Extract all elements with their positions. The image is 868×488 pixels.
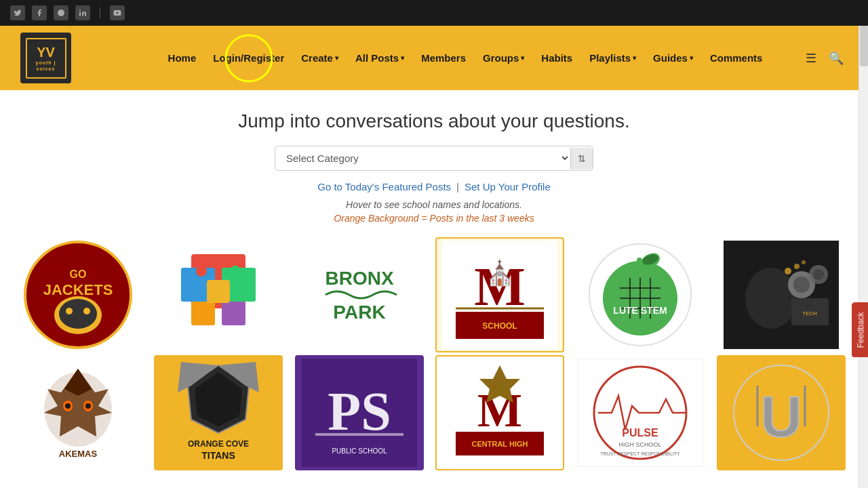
main-content: Jump into conversations about your quest…	[0, 90, 868, 488]
svg-rect-71	[315, 433, 403, 436]
svg-text:TRUST  RESPECT  RESPONSIBILITY: TRUST RESPECT RESPONSIBILITY	[600, 451, 680, 456]
svg-point-7	[59, 299, 97, 329]
svg-point-17	[230, 266, 241, 277]
category-select-wrapper: Select Category ⇅	[275, 146, 593, 171]
site-logo[interactable]: YV youth | voices	[20, 33, 71, 83]
logo-subtitle: youth | voices	[27, 60, 65, 72]
logo-yv-text: YV	[37, 44, 55, 60]
svg-text:TITANS: TITANS	[202, 450, 236, 461]
pipe-divider: |	[456, 181, 459, 192]
feedback-button[interactable]: Feedback	[852, 303, 868, 358]
orange-info-text: Orange Background = Posts in the last 3 …	[334, 213, 534, 224]
svg-text:SCHOOL: SCHOOL	[482, 321, 517, 331]
svg-text:GO: GO	[70, 268, 87, 280]
linkedin-icon[interactable]	[75, 5, 90, 20]
hamburger-button[interactable]: ☰	[802, 47, 821, 70]
twitter-icon[interactable]	[10, 5, 25, 20]
svg-text:PULSE: PULSE	[622, 427, 658, 439]
svg-text:U: U	[760, 384, 802, 449]
svg-text:AKEMAS: AKEMAS	[59, 449, 98, 459]
svg-point-19	[230, 303, 241, 314]
svg-point-50	[785, 268, 791, 274]
svg-rect-20	[207, 280, 230, 303]
vimeo-icon[interactable]	[54, 5, 68, 20]
school-logo-u[interactable]: U	[717, 355, 846, 470]
facebook-icon[interactable]	[32, 5, 47, 20]
nav-create[interactable]: Create ▾	[294, 48, 345, 68]
school-logo-lute-stem[interactable]: LUTE STEM	[576, 237, 705, 352]
nav-comments[interactable]: Comments	[703, 48, 770, 68]
svg-text:PARK: PARK	[333, 302, 385, 323]
playlists-arrow: ▾	[633, 54, 636, 62]
svg-point-59	[65, 403, 71, 409]
nav-habits[interactable]: Habits	[534, 48, 579, 68]
svg-point-16	[196, 266, 207, 277]
category-dropdown-btn[interactable]: ⇅	[570, 148, 593, 169]
svg-text:CENTRAL HIGH: CENTRAL HIGH	[472, 440, 528, 448]
create-arrow: ▾	[335, 54, 338, 62]
school-logo-bronx-park[interactable]: BRONX PARK	[295, 237, 424, 352]
nav-playlists[interactable]: Playlists ▾	[583, 48, 643, 68]
svg-point-52	[802, 260, 806, 264]
school-logo-puzzle[interactable]	[154, 237, 283, 352]
svg-text:TECH: TECH	[802, 310, 817, 317]
svg-text:HIGH SCHOOL: HIGH SCHOOL	[618, 441, 661, 448]
header: YV youth | voices Home Login/Register Cr…	[0, 26, 868, 90]
school-logo-pulse[interactable]: PULSE HIGH SCHOOL TRUST RESPECT RESPONSI…	[576, 355, 705, 470]
search-button[interactable]: 🔍	[825, 47, 848, 70]
nav-home[interactable]: Home	[161, 48, 203, 68]
school-logo-tm-large[interactable]: M CENTRAL HIGH	[435, 355, 564, 470]
setup-profile-link[interactable]: Set Up Your Profile	[465, 181, 551, 192]
groups-arrow: ▾	[521, 54, 524, 62]
school-logo-akemas[interactable]: AKEMAS	[14, 355, 142, 470]
category-select[interactable]: Select Category	[275, 146, 570, 170]
nav-all-posts[interactable]: All Posts ▾	[349, 48, 411, 68]
headline: Jump into conversations about your quest…	[238, 110, 629, 132]
school-logo-ps[interactable]: PS PUBLIC SCHOOL	[295, 355, 424, 470]
featured-links-row: Go to Today's Featured Posts | Set Up Yo…	[317, 181, 551, 192]
svg-point-0	[58, 9, 64, 16]
logo-area[interactable]: YV youth | voices	[20, 33, 129, 83]
svg-point-47	[813, 269, 824, 280]
nav-members[interactable]: Members	[414, 48, 473, 68]
page-scrollbar[interactable]	[859, 26, 868, 488]
youtube-icon[interactable]	[110, 5, 125, 20]
all-posts-arrow: ▾	[401, 54, 404, 62]
svg-point-45	[793, 277, 810, 293]
nav-login[interactable]: Login/Register	[206, 48, 291, 68]
featured-posts-link[interactable]: Go to Today's Featured Posts	[317, 181, 451, 192]
school-logo-tech-mind[interactable]: TECH	[717, 237, 846, 352]
svg-text:PUBLIC SCHOOL: PUBLIC SCHOOL	[332, 447, 387, 455]
main-nav: Home Login/Register Create ▾ All Posts ▾…	[129, 48, 802, 68]
school-logo-tm[interactable]: M ⛪ SCHOOL	[435, 237, 564, 352]
divider	[100, 7, 100, 18]
nav-guides[interactable]: Guides ▾	[646, 48, 700, 68]
svg-point-9	[83, 308, 90, 314]
school-logo-orange-cove-titans[interactable]: ORANGE COVE TITANS	[154, 355, 283, 470]
svg-text:PS: PS	[328, 382, 391, 441]
svg-text:LUTE STEM: LUTE STEM	[614, 305, 667, 316]
svg-point-1	[79, 9, 81, 11]
guides-arrow: ▾	[690, 54, 693, 62]
svg-text:ORANGE COVE: ORANGE COVE	[188, 439, 249, 449]
hover-info-text: Hover to see school names and locations.	[346, 199, 522, 210]
svg-point-51	[794, 264, 800, 269]
scroll-thumb[interactable]	[860, 26, 868, 66]
svg-text:JACKETS: JACKETS	[43, 281, 113, 298]
svg-text:⛪: ⛪	[485, 259, 515, 287]
svg-point-60	[85, 403, 91, 409]
svg-rect-21	[302, 241, 417, 349]
top-bar	[0, 0, 868, 26]
school-logos-grid: GO JACKETS	[14, 237, 854, 470]
svg-point-18	[196, 303, 207, 314]
school-logo-go-jackets[interactable]: GO JACKETS	[14, 237, 142, 352]
nav-groups[interactable]: Groups ▾	[476, 48, 531, 68]
svg-text:BRONX: BRONX	[325, 268, 393, 289]
svg-point-43	[745, 268, 797, 329]
svg-point-8	[66, 308, 73, 314]
